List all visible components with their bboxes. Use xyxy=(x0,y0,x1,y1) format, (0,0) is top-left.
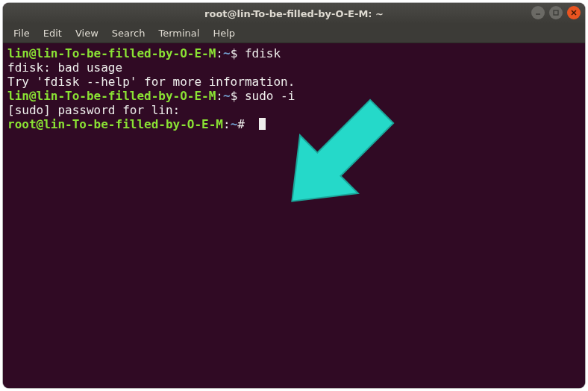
window-controls xyxy=(531,6,581,19)
menu-search[interactable]: Search xyxy=(106,26,151,40)
svg-rect-1 xyxy=(554,10,558,15)
titlebar: root@lin-To-be-filled-by-O-E-M: ~ xyxy=(3,3,585,24)
minimize-button[interactable] xyxy=(531,6,545,19)
menu-terminal[interactable]: Terminal xyxy=(152,26,205,40)
terminal-line: lin@lin-To-be-filled-by-O-E-M:~$ sudo -i xyxy=(7,89,581,103)
menu-help[interactable]: Help xyxy=(207,26,241,40)
maximize-button[interactable] xyxy=(549,6,563,19)
menubar: File Edit View Search Terminal Help xyxy=(3,24,585,43)
terminal-body[interactable]: lin@lin-To-be-filled-by-O-E-M:~$ fdiskfd… xyxy=(3,43,585,388)
terminal-line: root@lin-To-be-filled-by-O-E-M:~# xyxy=(7,117,581,131)
menu-view[interactable]: View xyxy=(69,26,104,40)
cursor xyxy=(259,118,266,130)
menu-edit[interactable]: Edit xyxy=(37,26,68,40)
terminal-line: Try 'fdisk --help' for more information. xyxy=(7,75,581,89)
terminal-line: lin@lin-To-be-filled-by-O-E-M:~$ fdisk xyxy=(7,46,581,60)
terminal-line: [sudo] password for lin: xyxy=(7,103,581,117)
menu-file[interactable]: File xyxy=(7,26,36,40)
terminal-window: root@lin-To-be-filled-by-O-E-M: ~ File E… xyxy=(3,3,585,388)
terminal-line: fdisk: bad usage xyxy=(7,60,581,75)
window-title: root@lin-To-be-filled-by-O-E-M: ~ xyxy=(3,8,585,19)
close-button[interactable] xyxy=(567,6,581,19)
